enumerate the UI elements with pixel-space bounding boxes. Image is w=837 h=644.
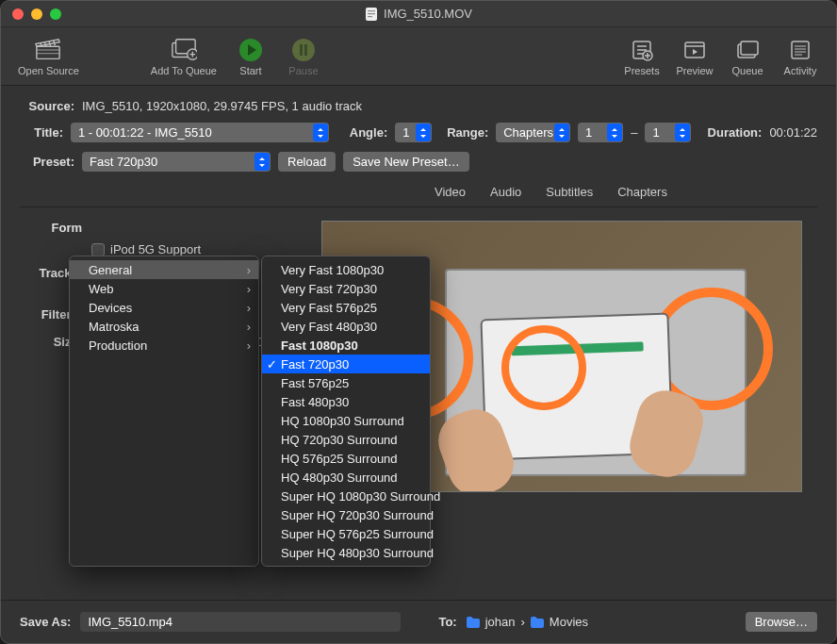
traffic-lights xyxy=(1,8,61,20)
preset-item[interactable]: Fast 480p30 xyxy=(262,392,430,411)
preset-item[interactable]: Fast 1080p30 xyxy=(262,336,430,355)
stepper-icon xyxy=(675,124,690,141)
save-as-label: Save As: xyxy=(20,615,71,629)
menu-item-devices[interactable]: Devices› xyxy=(70,298,258,317)
browse-button[interactable]: Browse… xyxy=(746,612,817,632)
start-label: Start xyxy=(239,65,261,76)
chevron-right-icon: › xyxy=(247,263,251,277)
preset-item[interactable]: Super HQ 720p30 Surround xyxy=(262,505,430,524)
svg-rect-3 xyxy=(368,16,372,17)
svg-rect-1 xyxy=(368,10,375,11)
chevron-right-icon: › xyxy=(247,320,251,334)
angle-popup[interactable]: 1 xyxy=(395,123,432,142)
to-label: To: xyxy=(438,615,456,629)
menu-item-web[interactable]: Web› xyxy=(70,279,258,298)
preset-category-menu: General›Web›Devices›Matroska›Production› xyxy=(69,256,259,567)
preset-menu-cascade: General›Web›Devices›Matroska›Production›… xyxy=(69,256,431,567)
titlebar: IMG_5510.MOV xyxy=(1,1,836,27)
close-icon[interactable] xyxy=(12,8,24,20)
svg-rect-2 xyxy=(368,13,375,14)
queue-button[interactable]: Queue xyxy=(721,37,774,76)
menu-item-production[interactable]: Production› xyxy=(70,336,258,355)
presets-label: Presets xyxy=(624,65,659,76)
path-sep: › xyxy=(521,615,525,629)
ipod-checkbox[interactable]: iPod 5G Support xyxy=(91,242,303,256)
tab-audio[interactable]: Audio xyxy=(488,181,523,206)
minimize-icon[interactable] xyxy=(31,8,42,20)
duration-value: 00:01:22 xyxy=(769,125,817,140)
tab-chapters[interactable]: Chapters xyxy=(615,181,669,206)
svg-point-9 xyxy=(292,39,315,61)
path-user: johan xyxy=(485,615,516,629)
range-end-value: 1 xyxy=(652,125,659,140)
menu-item-matroska[interactable]: Matroska› xyxy=(70,317,258,336)
path-folder: Movies xyxy=(550,615,588,629)
svg-rect-11 xyxy=(304,44,307,56)
preset-item[interactable]: Very Fast 480p30 xyxy=(262,317,430,336)
preset-item[interactable]: Fast 720p30 xyxy=(262,355,430,373)
preset-value: Fast 720p30 xyxy=(90,155,157,169)
add-to-queue-button[interactable]: Add To Queue xyxy=(143,37,224,76)
presets-icon xyxy=(629,37,655,63)
presets-button[interactable]: Presets xyxy=(615,37,668,76)
film-clapper-icon xyxy=(35,37,61,63)
range-start-value: 1 xyxy=(585,125,592,140)
title-popup[interactable]: 1 - 00:01:22 - IMG_5510 xyxy=(71,123,329,142)
preset-item[interactable]: HQ 1080p30 Surround xyxy=(262,411,430,430)
preset-item[interactable]: Very Fast 720p30 xyxy=(262,279,430,298)
save-as-value: IMG_5510.mp4 xyxy=(88,615,172,629)
footer: Save As: IMG_5510.mp4 To: johan › Movies… xyxy=(1,600,836,643)
activity-label: Activity xyxy=(784,65,817,76)
checkbox-icon xyxy=(91,243,105,256)
preview-icon xyxy=(681,37,708,63)
angle-label: Angle: xyxy=(350,125,387,140)
preset-popup[interactable]: Fast 720p30 xyxy=(82,152,271,172)
preview-button[interactable]: Preview xyxy=(668,37,721,76)
preset-item[interactable]: HQ 720p30 Surround xyxy=(262,430,430,449)
preset-submenu: Very Fast 1080p30Very Fast 720p30Very Fa… xyxy=(261,256,431,567)
activity-button[interactable]: Activity xyxy=(774,37,827,76)
app-window: IMG_5510.MOV Open Source Add To Queue St… xyxy=(0,0,837,644)
preset-item[interactable]: Super HQ 576p25 Surround xyxy=(262,524,430,543)
toolbar: Open Source Add To Queue Start Pause Pre… xyxy=(1,27,836,86)
preset-item[interactable]: HQ 480p30 Surround xyxy=(262,468,430,487)
window-title-text: IMG_5510.MOV xyxy=(384,7,472,21)
preset-item[interactable]: Super HQ 480p30 Surround xyxy=(262,543,430,562)
preset-item[interactable]: Fast 576p25 xyxy=(262,373,430,392)
play-icon xyxy=(238,37,264,63)
svg-rect-0 xyxy=(366,8,377,21)
range-start-popup[interactable]: 1 xyxy=(578,123,623,142)
preset-item[interactable]: HQ 576p25 Surround xyxy=(262,449,430,468)
tab-subtitles[interactable]: Subtitles xyxy=(544,181,595,206)
stepper-icon xyxy=(416,124,431,141)
tabs: Video Audio Subtitles Chapters xyxy=(20,181,817,207)
destination-path[interactable]: johan › Movies xyxy=(467,615,588,629)
preset-item[interactable]: Super HQ 1080p30 Surround xyxy=(262,487,430,505)
range-mode-popup[interactable]: Chapters xyxy=(496,123,570,142)
pause-label: Pause xyxy=(288,65,318,76)
open-source-label: Open Source xyxy=(18,65,79,76)
preset-item[interactable]: Very Fast 576p25 xyxy=(262,298,430,317)
zoom-icon[interactable] xyxy=(50,8,61,20)
range-end-popup[interactable]: 1 xyxy=(645,123,690,142)
ipod-label: iPod 5G Support xyxy=(110,242,201,256)
title-value: 1 - 00:01:22 - IMG_5510 xyxy=(78,125,212,140)
chevron-right-icon: › xyxy=(247,301,251,315)
activity-icon xyxy=(787,37,813,63)
tab-video[interactable]: Video xyxy=(433,181,468,206)
preset-label: Preset: xyxy=(20,155,74,169)
reload-button[interactable]: Reload xyxy=(278,152,336,172)
browse-label: Browse… xyxy=(755,615,808,629)
window-title: IMG_5510.MOV xyxy=(1,7,836,21)
start-button[interactable]: Start xyxy=(224,37,277,76)
open-source-button[interactable]: Open Source xyxy=(10,37,87,76)
save-as-field[interactable]: IMG_5510.mp4 xyxy=(80,612,401,632)
save-new-preset-button[interactable]: Save New Preset… xyxy=(343,152,468,172)
menu-item-general[interactable]: General› xyxy=(70,260,258,279)
svg-rect-10 xyxy=(300,44,303,56)
preview-label: Preview xyxy=(676,65,713,76)
format-label: Form xyxy=(20,221,82,235)
preset-item[interactable]: Very Fast 1080p30 xyxy=(262,260,430,279)
pause-button: Pause xyxy=(277,37,330,76)
svg-rect-14 xyxy=(685,42,704,58)
